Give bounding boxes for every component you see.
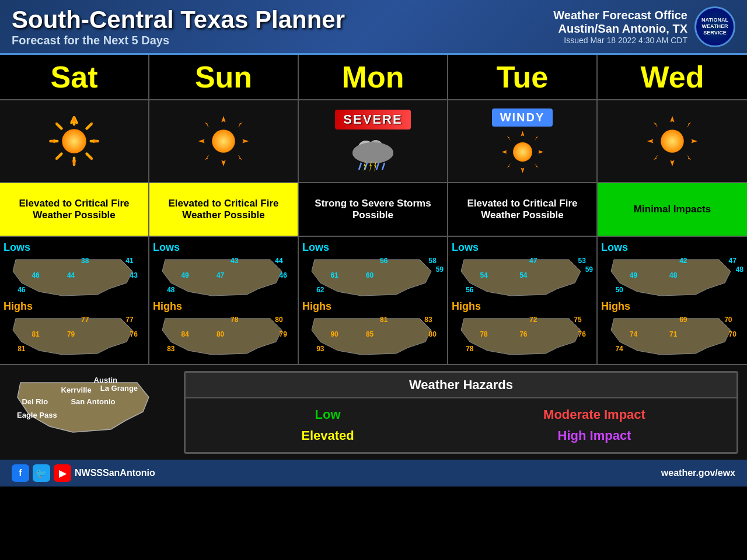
svg-marker-51 xyxy=(647,139,654,143)
wed-low-5: 48 xyxy=(669,271,677,279)
tue-high-6: 78 xyxy=(466,345,473,353)
tue-highs-label: Highs xyxy=(452,300,593,313)
svg-marker-47 xyxy=(534,163,538,168)
svg-marker-25 xyxy=(238,123,242,128)
tue-low-6: 56 xyxy=(466,286,473,294)
sat-low-3: 46 xyxy=(32,271,39,279)
mon-hazard: Strong to Severe Storms Possible xyxy=(299,183,448,236)
severe-badge: SEVERE xyxy=(335,110,410,130)
sat-low-5: 43 xyxy=(130,271,138,279)
sun-highs-label: Highs xyxy=(153,300,294,313)
sun-hazard: Elevated to Critical Fire Weather Possib… xyxy=(149,183,299,236)
header-right: Weather Forecast Office Austin/San Anton… xyxy=(553,6,735,47)
sat-high-4: 79 xyxy=(67,330,75,338)
svg-point-19 xyxy=(62,130,86,153)
svg-marker-45 xyxy=(534,136,538,141)
twitter-icon[interactable]: 🐦 xyxy=(33,464,50,482)
sun-low-1: 43 xyxy=(231,257,238,265)
tue-high-3: 76 xyxy=(578,330,586,338)
svg-point-32 xyxy=(352,142,393,163)
page-title: South-Central Texas Planner xyxy=(12,6,345,34)
hazard-legend-title: Weather Hazards xyxy=(186,373,736,398)
svg-marker-49 xyxy=(670,116,674,123)
sat-temps: Lows 38 41 46 44 43 46 Highs 77 77 81 xyxy=(0,237,149,364)
tue-low-1: 47 xyxy=(529,257,537,265)
svg-marker-20 xyxy=(221,116,225,123)
svg-point-28 xyxy=(212,130,235,153)
city-eaglepass: Eagle Pass xyxy=(17,411,57,419)
svg-marker-44 xyxy=(507,136,511,141)
bottom-section: Austin Kerrville La Grange Del Rio San A… xyxy=(0,365,747,460)
hazard-legend-body: Low Moderate Impact Elevated High Impact xyxy=(186,398,736,452)
svg-line-36 xyxy=(382,163,385,170)
sat-high-2: 77 xyxy=(125,316,133,324)
wed-low-4: 49 xyxy=(630,271,637,279)
legend-low: Low xyxy=(197,407,458,422)
sun-high-1: 78 xyxy=(231,316,238,324)
youtube-icon[interactable]: ▶ xyxy=(54,464,71,482)
sat-high-5: 76 xyxy=(130,330,138,338)
sat-high-3: 81 xyxy=(32,330,39,338)
tue-sun-icon xyxy=(501,130,544,174)
mon-low-1: 56 xyxy=(380,257,388,265)
tue-low-5: 54 xyxy=(519,271,527,279)
office-location: Austin/San Antonio, TX xyxy=(553,22,687,36)
mon-high-6: 93 xyxy=(316,345,324,353)
nws-logo: NATIONALWEATHERSERVICE xyxy=(694,6,735,47)
tue-low-4: 54 xyxy=(480,271,487,279)
sun-temps: Lows 43 44 49 47 46 48 Highs 78 80 84 xyxy=(149,237,299,364)
sat-low-6: 46 xyxy=(18,286,25,294)
sat-high-1: 77 xyxy=(81,316,89,324)
page-subtitle: Forecast for the Next 5 Days xyxy=(12,34,345,47)
tue-low-3: 59 xyxy=(585,265,593,274)
mon-lows-label: Lows xyxy=(302,242,444,254)
office-name: Weather Forecast Office xyxy=(553,9,687,22)
hazard-row: Elevated to Critical Fire Weather Possib… xyxy=(0,183,747,237)
mon-high-4: 90 xyxy=(330,330,338,338)
day-sat: Sat xyxy=(0,55,149,99)
wed-low-2: 47 xyxy=(728,257,736,265)
svg-marker-42 xyxy=(501,150,507,154)
svg-marker-50 xyxy=(670,160,674,166)
mon-low-2: 58 xyxy=(429,257,437,265)
mon-icon-cell: SEVERE xyxy=(299,100,448,182)
windy-badge: WINDY xyxy=(492,108,553,127)
mon-low-4: 61 xyxy=(330,271,338,279)
facebook-icon[interactable]: f xyxy=(12,464,29,482)
region-map-area: Austin Kerrville La Grange Del Rio San A… xyxy=(9,371,172,447)
header: South-Central Texas Planner Forecast for… xyxy=(0,0,747,55)
tue-high-4: 78 xyxy=(480,330,487,338)
sun-icon-cell xyxy=(149,100,299,182)
wed-highs-label: Highs xyxy=(601,300,743,313)
sun-high-5: 79 xyxy=(280,330,287,338)
office-info: Weather Forecast Office Austin/San Anton… xyxy=(553,9,687,45)
header-left: South-Central Texas Planner Forecast for… xyxy=(12,6,345,47)
svg-marker-56 xyxy=(686,155,691,160)
icons-row: SEVERE WINDY xyxy=(0,100,747,183)
wed-low-1: 42 xyxy=(679,257,687,265)
svg-marker-24 xyxy=(205,123,210,128)
svg-marker-27 xyxy=(238,155,242,160)
legend-elevated: Elevated xyxy=(197,428,458,443)
sat-low-1: 38 xyxy=(81,257,89,265)
days-header: Sat Sun Mon Tue Wed xyxy=(0,55,747,100)
wed-temps: Lows 42 47 48 49 48 50 Highs 69 70 70 xyxy=(598,237,747,364)
svg-marker-21 xyxy=(221,160,225,166)
mon-high-3: 80 xyxy=(429,330,437,338)
sun-low-4: 47 xyxy=(217,271,224,279)
sun-sun-icon xyxy=(197,115,250,167)
sun-low-2: 44 xyxy=(275,257,282,265)
tue-icon-cell: WINDY xyxy=(448,100,598,182)
wed-high-5: 71 xyxy=(669,330,677,338)
tue-lows-label: Lows xyxy=(452,242,593,254)
mon-highs-label: Highs xyxy=(302,300,444,313)
sun-low-6: 48 xyxy=(167,286,174,294)
mon-low-3: 59 xyxy=(436,265,444,274)
wed-icon-cell xyxy=(598,100,747,182)
city-kerrville: Kerrville xyxy=(61,386,92,394)
sun-high-3: 84 xyxy=(181,330,189,338)
sat-sun-icon xyxy=(48,115,100,167)
tue-high-2: 75 xyxy=(574,316,581,324)
svg-marker-52 xyxy=(691,139,697,143)
tue-hazard: Elevated to Critical Fire Weather Possib… xyxy=(448,183,598,236)
